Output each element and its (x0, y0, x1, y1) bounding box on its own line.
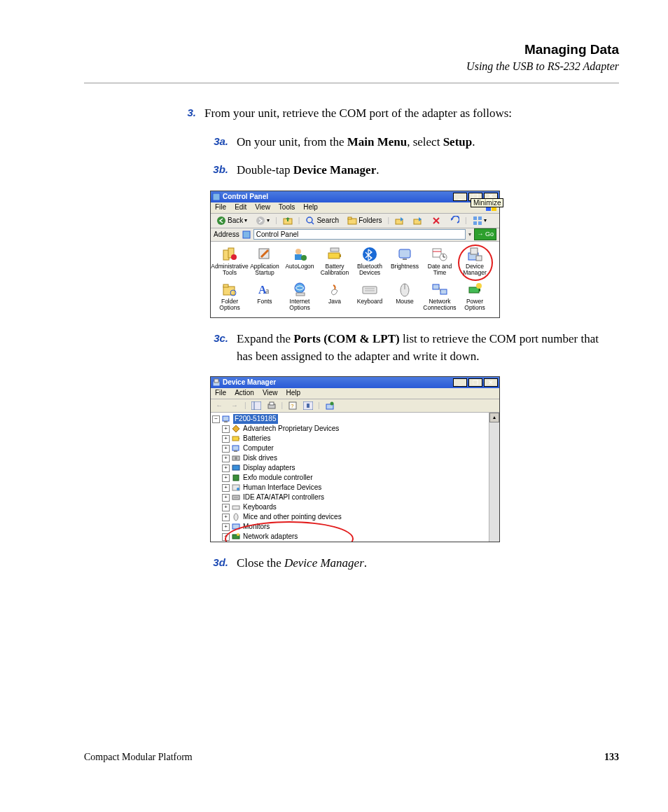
tree-node[interactable]: +Advantech Proprietary Devices (212, 424, 496, 434)
show-hidden-icon[interactable] (324, 401, 335, 411)
cp-item-devmgr[interactable]: Device Manager (457, 246, 492, 280)
up-button[interactable] (280, 215, 295, 226)
tree-node[interactable]: +IDE ATA/ATAPI controllers (212, 493, 496, 502)
undo-button[interactable] (447, 215, 462, 226)
inetopt-icon (291, 281, 308, 298)
menu-edit[interactable]: Edit (235, 202, 246, 213)
svg-text:a: a (265, 286, 270, 296)
mouse-icon (396, 281, 413, 298)
tree-node[interactable]: +Network adapters (212, 532, 496, 542)
menu-action[interactable]: Action (235, 388, 254, 399)
step-3b-number: 3b. (200, 162, 237, 177)
cp-item-mouse[interactable]: Mouse (387, 281, 422, 315)
java-icon (326, 281, 343, 298)
cp-item-keyboard[interactable]: Keyboard (352, 281, 387, 315)
svg-rect-73 (239, 438, 239, 439)
copy-to-button[interactable] (410, 215, 426, 226)
menu-file[interactable]: File (215, 388, 226, 399)
svg-rect-30 (399, 249, 410, 258)
cp-item-autologon[interactable]: AutoLogon (282, 246, 317, 280)
menu-help[interactable]: Help (303, 202, 318, 213)
step-3a-text: On your unit, from the Main Menu, select… (237, 134, 612, 151)
search-button[interactable]: Search (302, 215, 342, 227)
close-button[interactable]: ✕ (484, 378, 498, 387)
scroll-up-icon[interactable]: ▴ (489, 413, 499, 422)
nav-forward-icon[interactable]: → (229, 401, 240, 411)
tree-node[interactable]: +Exfo module controller (212, 473, 496, 483)
svg-point-77 (235, 457, 237, 460)
ide-icon (232, 493, 241, 502)
tree-root[interactable]: −F200-519185 (212, 414, 496, 424)
go-button[interactable]: → Go (474, 228, 496, 240)
net-icon (232, 532, 241, 541)
folders-button[interactable]: Folders (345, 215, 384, 227)
maximize-button[interactable]: ❐ (468, 378, 482, 387)
nav-back-icon[interactable]: ← (214, 401, 225, 411)
control-panel-icon (212, 193, 221, 201)
cp-item-java[interactable]: Java (317, 281, 352, 315)
menu-view[interactable]: View (255, 202, 270, 213)
svg-rect-18 (243, 231, 250, 238)
cp-item-label: Power Options (457, 298, 492, 311)
mouse-icon (232, 513, 241, 521)
tree-node[interactable]: +Mice and other pointing devices (212, 512, 496, 522)
cp-item-datetime[interactable]: Date and Time (422, 246, 457, 280)
minimize-button[interactable]: _ (453, 378, 467, 387)
cp-item-label: Keyboard (357, 298, 382, 305)
delete-button[interactable] (429, 215, 444, 226)
cp-item-bluetooth[interactable]: Bluetooth Devices (352, 246, 387, 280)
views-button[interactable]: ▾ (470, 215, 489, 226)
tree-node[interactable]: +Display adapters (212, 463, 496, 473)
cp-item-label: Folder Options (212, 298, 247, 311)
svg-rect-31 (403, 259, 407, 260)
properties-icon[interactable]: ? (287, 401, 298, 411)
cp-item-appstart[interactable]: Application Startup (247, 246, 282, 280)
address-input[interactable] (253, 229, 466, 240)
devmgr-icon (466, 246, 483, 263)
print-icon[interactable] (266, 401, 277, 411)
svg-point-21 (231, 254, 237, 260)
appstart-icon (256, 246, 273, 263)
cp-item-battery[interactable]: Battery Calibration (317, 246, 352, 280)
scan-hardware-icon[interactable] (302, 401, 314, 411)
svg-rect-16 (473, 221, 477, 225)
svg-point-45 (295, 283, 305, 293)
vertical-scrollbar[interactable]: ▴ (489, 413, 499, 542)
cp-item-fonts[interactable]: AaFonts (247, 281, 282, 315)
back-button[interactable]: Back ▾ (214, 215, 250, 227)
cp-item-admin[interactable]: Administrative Tools (212, 246, 247, 280)
tree-node[interactable]: +Human Interface Devices (212, 483, 496, 493)
forward-button[interactable]: ▾ (253, 215, 272, 226)
cp-item-netconn[interactable]: Network Connections (422, 281, 457, 315)
fonts-icon: Aa (256, 281, 273, 298)
svg-point-25 (301, 255, 307, 261)
cp-item-brightness[interactable]: Brightness (387, 246, 422, 280)
menu-tools[interactable]: Tools (279, 202, 295, 213)
svg-rect-4 (492, 207, 496, 211)
cp-item-inetopt[interactable]: Internet Options (282, 281, 317, 315)
tree-node[interactable]: +Monitors (212, 522, 496, 532)
menu-view[interactable]: View (263, 388, 278, 399)
tree-node[interactable]: +Disk drives (212, 453, 496, 463)
move-to-button[interactable] (392, 215, 408, 226)
tree-node[interactable]: +Batteries (212, 434, 496, 443)
device-manager-screenshot: Device Manager _ ❐ ✕ File Action View He… (210, 376, 500, 542)
svg-rect-75 (234, 450, 237, 452)
menu-help[interactable]: Help (286, 388, 300, 399)
tree-node[interactable]: +Keyboards (212, 502, 496, 512)
svg-rect-59 (214, 379, 218, 383)
console-tree-icon[interactable] (251, 401, 262, 411)
cp-item-power[interactable]: Power Options (457, 281, 492, 315)
cp-item-folderopt[interactable]: Folder Options (212, 281, 247, 315)
keyboard-icon (361, 281, 378, 298)
svg-point-23 (295, 249, 301, 254)
cp-window-title: Control Panel (212, 192, 452, 202)
delete-icon (431, 216, 441, 226)
step-3c-text: Expand the Ports (COM & LPT) list to ret… (237, 331, 612, 365)
svg-rect-60 (251, 401, 261, 410)
minimize-button[interactable]: _ (453, 193, 467, 201)
tree-node[interactable]: +Computer (212, 443, 496, 453)
menu-file[interactable]: File (215, 202, 226, 213)
datetime-icon (431, 246, 448, 263)
address-dropdown-icon[interactable]: ▾ (468, 230, 471, 239)
